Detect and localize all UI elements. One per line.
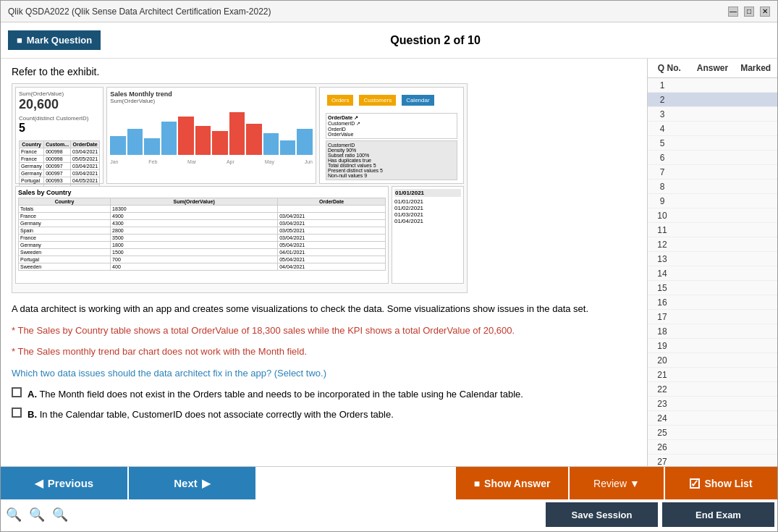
sidebar-row-13[interactable]: 13 — [648, 252, 777, 266]
sidebar: Q No. Answer Marked 1 2 3 4 5 6 7 8 9 10… — [647, 59, 777, 466]
sidebar-row-27[interactable]: 27 — [648, 455, 777, 466]
sidebar-row-3[interactable]: 3 — [648, 107, 777, 122]
kpi-title2: Count(distinct CustomerID) — [19, 115, 100, 122]
button-spacer — [255, 467, 456, 499]
sidebar-row-19[interactable]: 19 — [648, 339, 777, 353]
bar-8 — [229, 112, 245, 155]
bookmark-icon: ■ — [17, 35, 22, 46]
bar-9 — [246, 124, 261, 155]
bar-10 — [263, 133, 279, 155]
date-list-box: 01/01/2021 01/01/2021 01/02/2021 01/03/2… — [392, 186, 464, 283]
zoom-in-button[interactable]: 🔍 — [50, 504, 70, 525]
toolbar: ■ Mark Question Question 2 of 10 — [1, 22, 777, 59]
sales-by-country-table: Sales by Country CountrySum(OrderValue)O… — [15, 186, 389, 283]
sales-table-title: Sales by Country — [18, 189, 386, 196]
title-bar: Qlik QSDA2022 (Qlik Sense Data Architect… — [1, 1, 777, 22]
bar-11 — [280, 140, 295, 155]
calendar-node: Calendar — [402, 95, 434, 106]
sidebar-col-qno: Q No. — [648, 62, 691, 75]
checkbox-a[interactable] — [12, 387, 22, 397]
zoom-controls: 🔍 🔍 🔍 — [4, 502, 543, 527]
question-bullet-2: * The Sales monthly trend bar chart does… — [12, 345, 636, 359]
prev-arrow-icon: ◀ — [35, 477, 43, 490]
save-session-button[interactable]: Save Session — [546, 502, 658, 527]
chart-y-label: Sum(OrderValue) — [110, 98, 313, 104]
zoom-out-icon: 🔍 — [6, 507, 22, 522]
sidebar-list: 1 2 3 4 5 6 7 8 9 10 11 12 13 14 15 16 1… — [648, 78, 777, 466]
zoom-in-icon: 🔍 — [52, 507, 68, 522]
review-button[interactable]: Review ▼ — [570, 467, 664, 499]
data-model-nodes: Orders Customers Calendar — [323, 90, 460, 110]
sidebar-row-14[interactable]: 14 — [648, 266, 777, 281]
question-area: Refer to the exhibit. Sum(OrderValue) 20… — [1, 59, 647, 466]
sidebar-row-8[interactable]: 8 — [648, 180, 777, 194]
sidebar-row-10[interactable]: 10 — [648, 208, 777, 223]
sidebar-row-22[interactable]: 22 — [648, 382, 777, 397]
previous-button[interactable]: ◀ Previous — [1, 467, 127, 499]
kpi-title1: Sum(OrderValue) — [19, 90, 100, 97]
sidebar-row-12[interactable]: 12 — [648, 237, 777, 252]
zoom-reset-button[interactable]: 🔍 — [27, 504, 47, 525]
bar-4 — [161, 122, 177, 155]
bar-2 — [127, 129, 143, 155]
kpi-box: Sum(OrderValue) 20,600 Count(distinct Cu… — [15, 87, 103, 184]
window-controls: — □ ✕ — [728, 7, 770, 17]
exhibit-label: Refer to the exhibit. — [12, 66, 636, 77]
sidebar-row-7[interactable]: 7 — [648, 165, 777, 180]
bar-3 — [144, 138, 159, 155]
exhibit-mock-content: Sum(OrderValue) 20,600 Count(distinct Cu… — [12, 84, 467, 292]
sidebar-row-2[interactable]: 2 — [648, 93, 777, 107]
bar-12 — [297, 129, 312, 155]
sidebar-row-1[interactable]: 1 — [648, 78, 777, 93]
bar-5 — [178, 117, 193, 155]
show-list-button[interactable]: ✓ Show List — [665, 467, 777, 499]
exhibit-bottom-section: Sales by Country CountrySum(OrderValue)O… — [15, 186, 464, 283]
exhibit-top-section: Sum(OrderValue) 20,600 Count(distinct Cu… — [15, 87, 464, 184]
question-prompt: Which two data issues should the data ar… — [12, 366, 636, 381]
next-arrow-icon: ▶ — [202, 477, 211, 490]
sidebar-row-20[interactable]: 20 — [648, 353, 777, 368]
window-title: Qlik QSDA2022 (Qlik Sense Data Architect… — [8, 7, 271, 17]
mark-question-button[interactable]: ■ Mark Question — [8, 30, 101, 50]
zoom-out-button[interactable]: 🔍 — [4, 504, 24, 525]
sidebar-row-25[interactable]: 25 — [648, 426, 777, 440]
sidebar-row-21[interactable]: 21 — [648, 368, 777, 382]
sidebar-row-18[interactable]: 18 — [648, 324, 777, 339]
sidebar-row-16[interactable]: 16 — [648, 295, 777, 310]
show-answer-icon: ■ — [474, 478, 480, 489]
next-button[interactable]: Next ▶ — [129, 467, 255, 499]
bar-7 — [212, 131, 227, 155]
show-answer-button[interactable]: ■ Show Answer — [456, 467, 568, 499]
nav-button-row: ◀ Previous Next ▶ ■ Show Answer Review ▼… — [1, 467, 777, 499]
sidebar-header: Q No. Answer Marked — [648, 59, 777, 78]
chart-bars-container: JanFebMarAprMayJun — [110, 107, 313, 165]
sidebar-row-24[interactable]: 24 — [648, 411, 777, 426]
sidebar-row-4[interactable]: 4 — [648, 122, 777, 136]
kpi-value2: 5 — [19, 122, 100, 135]
sidebar-row-5[interactable]: 5 — [648, 136, 777, 151]
sidebar-row-26[interactable]: 26 — [648, 440, 777, 455]
sidebar-row-23[interactable]: 23 — [648, 397, 777, 411]
sidebar-row-9[interactable]: 9 — [648, 194, 777, 208]
chart-x-labels: JanFebMarAprMayJun — [110, 159, 313, 164]
checkbox-b[interactable] — [12, 408, 22, 418]
sidebar-row-17[interactable]: 17 — [648, 310, 777, 324]
exhibit-image: Sum(OrderValue) 20,600 Count(distinct Cu… — [12, 83, 468, 293]
minimize-button[interactable]: — — [728, 7, 738, 17]
bar-1 — [110, 136, 125, 155]
show-list-check-icon: ✓ — [690, 478, 700, 489]
sidebar-col-answer: Answer — [691, 62, 735, 75]
bottom-bar: ◀ Previous Next ▶ ■ Show Answer Review ▼… — [1, 466, 777, 531]
chart-title: Sales Monthly trend — [110, 90, 313, 98]
kpi-value1: 20,600 — [19, 97, 100, 112]
sidebar-row-6[interactable]: 6 — [648, 151, 777, 165]
maximize-button[interactable]: □ — [744, 7, 754, 17]
sidebar-row-11[interactable]: 11 — [648, 223, 777, 237]
sidebar-row-15[interactable]: 15 — [648, 281, 777, 295]
orders-node: Orders — [327, 95, 353, 106]
close-button[interactable]: ✕ — [760, 7, 770, 17]
customers-node: Customers — [359, 95, 396, 106]
bar-6 — [195, 126, 211, 155]
main-content: Refer to the exhibit. Sum(OrderValue) 20… — [1, 59, 777, 466]
end-exam-button[interactable]: End Exam — [662, 502, 774, 527]
